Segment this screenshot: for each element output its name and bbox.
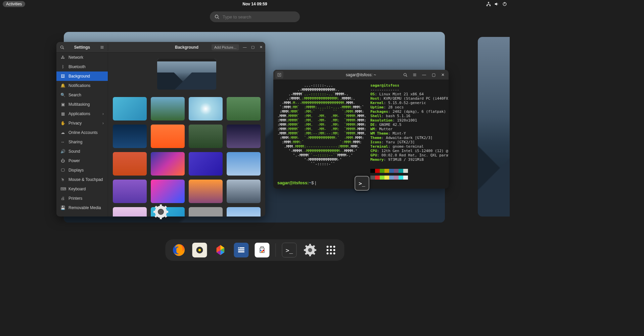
terminal-prompt[interactable]: sagar@itsfoss:~$ | (277, 180, 316, 185)
activities-button[interactable]: Activities (3, 1, 25, 7)
info-key: Packages (370, 109, 388, 114)
sidebar-item-search[interactable]: 🔍Search (56, 90, 108, 100)
network-tray-icon[interactable] (486, 2, 491, 6)
wallpaper-thumb[interactable] (113, 97, 147, 121)
dock-firefox[interactable] (172, 243, 186, 257)
sidebar-item-online-accounts[interactable]: ☁Online Accounts (56, 128, 108, 137)
multitasking-icon: ▣ (60, 102, 65, 107)
dock-terminal[interactable]: >_ (282, 243, 297, 257)
wallpaper-thumb[interactable] (227, 97, 261, 121)
close-button[interactable]: ✕ (259, 45, 263, 49)
info-val: Mutter (379, 127, 393, 131)
dock-software[interactable] (255, 243, 270, 257)
maximize-button[interactable]: ▢ (250, 45, 255, 49)
settings-hamburger-button[interactable] (98, 44, 106, 51)
sidebar-item-privacy[interactable]: ✋Privacy› (56, 118, 108, 128)
info-val: Linux Mint 21 x86_64 (379, 92, 423, 96)
chevron-right-icon: › (102, 121, 104, 126)
power-tray-icon[interactable] (502, 2, 507, 6)
sidebar-item-notifications[interactable]: 🔔Notifications (56, 81, 108, 90)
terminal-minimize-button[interactable]: — (420, 71, 428, 79)
dock-photos[interactable] (213, 243, 228, 257)
overview-search[interactable] (210, 11, 300, 22)
sidebar-item-sound[interactable]: 🔊Sound (56, 147, 108, 156)
wallpaper-thumb[interactable] (189, 180, 223, 203)
svg-point-7 (61, 46, 63, 48)
info-key: WM Theme (370, 131, 388, 136)
minimize-button[interactable]: — (242, 45, 247, 49)
sidebar-item-label: Search (68, 93, 81, 97)
applications-icon: ▦ (60, 111, 65, 116)
sidebar-item-sharing[interactable]: ↔Sharing (56, 137, 108, 147)
printers-icon: 🖨 (60, 196, 65, 201)
sidebar-item-background[interactable]: 🖼Background (56, 71, 108, 81)
terminal-overview-icon[interactable]: >_ (355, 176, 369, 191)
svg-rect-2 (490, 5, 491, 6)
wallpaper-thumb[interactable] (227, 180, 261, 203)
settings-search-button[interactable] (58, 44, 66, 51)
wallpaper-thumb[interactable] (151, 125, 185, 148)
wallpaper-thumb[interactable] (151, 152, 185, 176)
settings-titlebar: Settings Background Add Picture... — ▢ ✕ (56, 42, 265, 53)
info-val: 2402 (dpkg), 6 (flatpak) (393, 109, 446, 114)
info-val: Adwaita-dark [GTK2/3] (386, 136, 432, 140)
terminal-titlebar: sagar@itsfoss: ~ — ▢ ✕ (273, 70, 449, 80)
settings-overview-icon[interactable] (152, 203, 169, 220)
workspace-secondary[interactable] (478, 37, 510, 217)
sidebar-item-label: Printers (68, 196, 82, 201)
svg-rect-45 (304, 249, 306, 251)
sidebar-item-bluetooth[interactable]: ᛒBluetooth (56, 62, 108, 71)
clock[interactable]: Nov 14 09:59 (242, 2, 267, 6)
dock-apps-grid[interactable] (324, 243, 338, 257)
terminal-maximize-button[interactable]: ▢ (430, 71, 437, 79)
svg-rect-0 (488, 2, 489, 3)
wallpaper-thumb[interactable] (189, 125, 223, 148)
neofetch-info: sagar@itsfoss ------------- OS: Linux Mi… (370, 83, 449, 185)
wallpaper-thumb[interactable] (227, 125, 261, 148)
color-swatches-bright (370, 176, 449, 180)
color-swatches (370, 169, 449, 173)
sidebar-item-mouse-touchpad[interactable]: 🖱Mouse & Touchpad (56, 175, 108, 184)
sidebar-item-displays[interactable]: 🖵Displays (56, 165, 108, 175)
wallpaper-thumb[interactable] (113, 125, 147, 148)
svg-rect-46 (314, 249, 316, 251)
wallpaper-thumb[interactable] (189, 97, 223, 121)
system-tray[interactable] (486, 2, 507, 6)
privacy-icon: ✋ (60, 121, 65, 126)
wallpaper-thumb[interactable] (113, 180, 147, 203)
svg-rect-23 (160, 204, 162, 207)
search-input[interactable] (223, 14, 295, 19)
wallpaper-thumb[interactable] (151, 97, 185, 121)
wallpaper-thumb[interactable] (151, 180, 185, 203)
terminal-close-button[interactable]: ✕ (439, 71, 447, 79)
terminal-search-button[interactable] (402, 71, 409, 79)
dock-rhythmbox[interactable] (192, 243, 207, 257)
svg-line-16 (406, 76, 407, 77)
sidebar-item-network[interactable]: 🖧Network (56, 53, 108, 62)
svg-point-15 (404, 73, 407, 76)
svg-point-5 (215, 15, 218, 18)
terminal-content[interactable]: ...-:::::-... .-MMMMMMMMMMMMMMM-. .-MMMM… (273, 80, 449, 189)
wallpaper-thumb[interactable] (113, 152, 147, 176)
sidebar-item-power[interactable]: ⏻Power (56, 156, 108, 165)
add-picture-button[interactable]: Add Picture... (212, 44, 239, 50)
sidebar-item-multitasking[interactable]: ▣Multitasking (56, 100, 108, 109)
info-key: DE (370, 123, 375, 127)
dock-settings[interactable] (303, 243, 318, 257)
terminal-window: sagar@itsfoss: ~ — ▢ ✕ ...-:::::-... .-M… (273, 70, 449, 189)
sidebar-item-applications[interactable]: ▦Applications› (56, 109, 108, 118)
wallpaper-thumb[interactable] (227, 152, 261, 176)
wallpaper-thumb[interactable] (113, 207, 147, 217)
sidebar-item-keyboard[interactable]: ⌨Keyboard (56, 184, 108, 194)
dock-files[interactable] (234, 243, 249, 257)
sidebar-item-removable-media[interactable]: 💾Removable Media (56, 203, 108, 212)
wallpaper-thumb[interactable] (189, 152, 223, 176)
terminal-menu-button[interactable] (411, 71, 418, 79)
wallpaper-thumb[interactable] (189, 207, 223, 217)
new-tab-button[interactable] (275, 71, 283, 79)
info-val: 28 secs (388, 105, 404, 109)
wallpaper-thumb[interactable] (227, 207, 261, 217)
sidebar-item-printers[interactable]: 🖨Printers (56, 194, 108, 203)
bluetooth-icon: ᛒ (60, 64, 65, 69)
volume-tray-icon[interactable] (494, 2, 499, 6)
